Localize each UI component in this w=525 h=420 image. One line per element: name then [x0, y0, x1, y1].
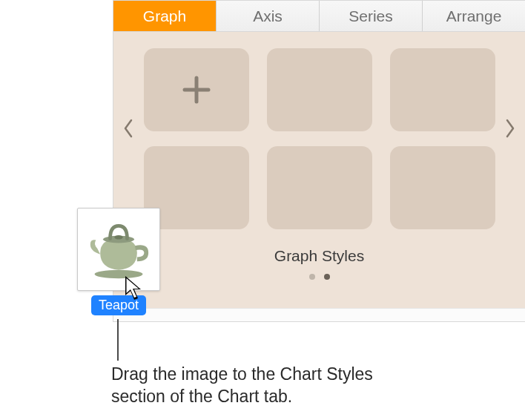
style-tile[interactable]: [267, 48, 372, 131]
page-indicator: [121, 274, 518, 280]
svg-point-4: [114, 235, 122, 240]
style-tile[interactable]: [267, 146, 372, 229]
callout-line: [117, 319, 119, 361]
file-label: Teapot: [91, 295, 146, 315]
panel-footer: [113, 308, 525, 321]
styles-grid: [121, 48, 518, 229]
styles-title: Graph Styles: [121, 247, 518, 265]
page-dot-active[interactable]: [324, 274, 330, 280]
dragged-file[interactable]: Teapot: [77, 208, 160, 315]
tab-arrange[interactable]: Arrange: [423, 1, 525, 31]
tab-axis[interactable]: Axis: [217, 1, 320, 31]
tab-bar: Graph Axis Series Arrange: [113, 1, 525, 32]
teapot-icon: [83, 217, 154, 281]
chevron-left-icon: [123, 119, 133, 138]
page-dot[interactable]: [309, 274, 315, 280]
inspector-panel: Graph Axis Series Arrange: [113, 0, 525, 322]
plus-icon: [180, 73, 213, 106]
styles-prev-button[interactable]: [119, 114, 137, 143]
add-style-tile[interactable]: [144, 48, 249, 131]
style-tile[interactable]: [390, 48, 495, 131]
style-tile[interactable]: [390, 146, 495, 229]
svg-point-2: [95, 270, 143, 278]
tab-graph[interactable]: Graph: [113, 1, 217, 31]
chevron-right-icon: [505, 119, 515, 138]
styles-next-button[interactable]: [501, 114, 519, 143]
file-thumbnail: [77, 208, 160, 291]
tab-series[interactable]: Series: [320, 1, 423, 31]
callout-text: Drag the image to the Chart Styles secti…: [111, 364, 430, 408]
graph-styles-section: Graph Styles: [113, 32, 525, 308]
